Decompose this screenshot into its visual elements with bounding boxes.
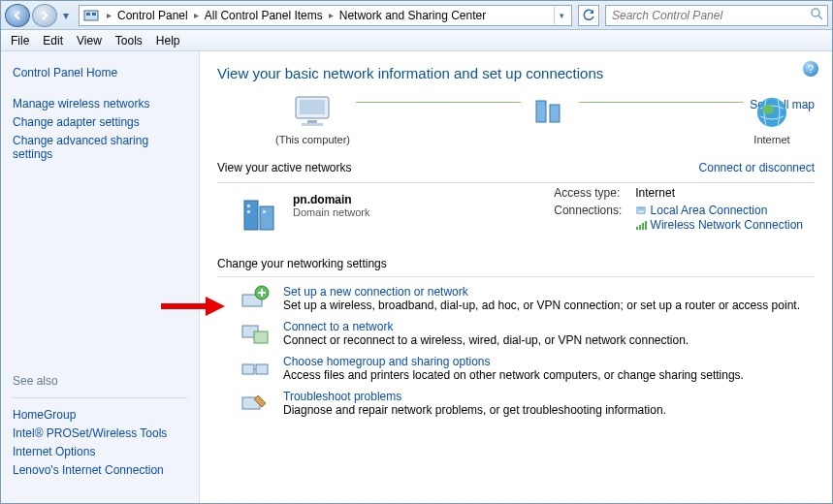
connect-disconnect-link[interactable]: Connect or disconnect [699, 161, 815, 180]
connection-details: Access type: Internet Connections: Local… [546, 183, 811, 236]
sidebar-link-manage-wireless[interactable]: Manage wireless networks [13, 97, 187, 110]
breadcrumb-dropdown[interactable]: ▾ [554, 7, 569, 24]
control-panel-icon [83, 8, 99, 23]
setting-desc: Diagnose and repair network problems, or… [283, 403, 666, 417]
access-type-value: Internet [629, 185, 809, 201]
svg-rect-7 [307, 120, 317, 123]
network-name: pn.domain [293, 193, 369, 206]
internet-node: Internet [749, 95, 795, 145]
annotation-arrow [159, 295, 227, 321]
control-panel-home-link[interactable]: Control Panel Home [13, 66, 187, 79]
divider [217, 276, 815, 277]
history-dropdown[interactable]: ▾ [59, 9, 73, 22]
breadcrumb[interactable]: ▸ Control Panel ▸ All Control Panel Item… [79, 5, 572, 26]
breadcrumb-item[interactable]: Control Panel [115, 9, 190, 22]
help-icon[interactable]: ? [803, 61, 818, 77]
chevron-right-icon: ▸ [103, 10, 115, 20]
wifi-signal-icon [635, 219, 647, 234]
menu-view[interactable]: View [77, 34, 102, 47]
connection-line [579, 102, 743, 103]
sidebar-link-homegroup[interactable]: HomeGroup [13, 408, 187, 422]
svg-rect-1 [86, 13, 90, 16]
change-settings-label: Change your networking settings [217, 257, 815, 270]
svg-rect-2 [92, 13, 96, 16]
nav-bar: ▾ ▸ Control Panel ▸ All Control Panel It… [1, 1, 832, 30]
setting-setup-connection[interactable]: Set up a new connection or network Set u… [240, 285, 815, 312]
setting-title[interactable]: Connect to a network [283, 320, 393, 333]
sidebar-link-internet-options[interactable]: Internet Options [13, 445, 187, 458]
connect-network-icon [240, 320, 270, 347]
setting-title[interactable]: Choose homegroup and sharing options [283, 355, 490, 368]
svg-rect-9 [536, 101, 546, 122]
svg-rect-32 [242, 364, 254, 374]
menu-edit[interactable]: Edit [43, 34, 63, 47]
svg-line-4 [818, 16, 822, 19]
sidebar-link-adapter-settings[interactable]: Change adapter settings [13, 115, 187, 129]
connection-link-lan[interactable]: Local Area Connection [651, 204, 768, 217]
menu-bar: File Edit View Tools Help [1, 30, 832, 51]
router-icon [527, 95, 573, 130]
svg-rect-15 [247, 205, 250, 207]
setting-desc: Connect or reconnect to a wireless, wire… [283, 333, 689, 347]
setting-title[interactable]: Set up a new connection or network [283, 285, 468, 299]
setting-homegroup-sharing[interactable]: Choose homegroup and sharing options Acc… [240, 355, 815, 382]
setting-title[interactable]: Troubleshoot problems [283, 390, 401, 403]
svg-rect-16 [247, 210, 250, 213]
divider [13, 397, 187, 398]
back-button[interactable] [5, 4, 30, 27]
setting-desc: Access files and printers located on oth… [283, 368, 744, 382]
svg-rect-33 [256, 364, 268, 374]
setting-connect-network[interactable]: Connect to a network Connect or reconnec… [240, 320, 815, 347]
connection-line [356, 102, 520, 103]
chevron-right-icon: ▸ [325, 10, 337, 20]
svg-rect-25 [645, 221, 647, 230]
breadcrumb-item[interactable]: Network and Sharing Center [337, 9, 488, 22]
content-pane: ? View your basic network information an… [200, 51, 832, 503]
svg-rect-14 [260, 206, 273, 230]
this-computer-node: (This computer) [275, 95, 350, 145]
svg-rect-8 [302, 123, 323, 126]
active-network-block: pn.domain Domain network [239, 193, 369, 236]
connections-label: Connections: [548, 203, 627, 235]
refresh-button[interactable] [578, 5, 599, 26]
forward-button[interactable] [32, 4, 57, 27]
sidebar-link-intel-proset[interactable]: Intel® PROSet/Wireless Tools [13, 426, 187, 440]
svg-marker-36 [206, 297, 225, 316]
node-label: (This computer) [275, 134, 350, 145]
active-networks-label: View your active networks [217, 161, 352, 174]
network-map: (This computer) Internet [217, 95, 815, 145]
svg-rect-22 [636, 227, 638, 230]
search-box[interactable] [605, 5, 828, 26]
svg-point-12 [762, 105, 774, 114]
network-type: Domain network [293, 206, 369, 218]
svg-point-3 [812, 9, 819, 16]
network-sharing-window: ▾ ▸ Control Panel ▸ All Control Panel It… [0, 0, 833, 504]
svg-rect-10 [550, 105, 560, 122]
globe-icon [749, 95, 795, 130]
setting-troubleshoot[interactable]: Troubleshoot problems Diagnose and repai… [240, 390, 815, 417]
homegroup-icon [240, 355, 270, 382]
chevron-right-icon: ▸ [190, 10, 203, 20]
sidebar-link-advanced-sharing[interactable]: Change advanced sharing settings [13, 134, 187, 161]
connection-link-wireless[interactable]: Wireless Network Connection [651, 218, 803, 232]
ethernet-icon [635, 204, 647, 218]
search-icon[interactable] [810, 7, 823, 23]
svg-rect-13 [244, 201, 258, 230]
svg-rect-23 [639, 225, 641, 230]
menu-tools[interactable]: Tools [115, 34, 143, 47]
sidebar: Control Panel Home Manage wireless netwo… [1, 51, 200, 503]
new-connection-icon [240, 285, 270, 312]
troubleshoot-icon [240, 390, 270, 417]
see-also-label: See also [13, 374, 187, 388]
menu-file[interactable]: File [11, 34, 29, 47]
svg-rect-31 [254, 331, 268, 343]
search-input[interactable] [610, 8, 810, 23]
sidebar-link-lenovo-internet[interactable]: Lenovo's Internet Connection [13, 463, 187, 477]
menu-help[interactable]: Help [156, 34, 180, 47]
svg-rect-17 [263, 210, 266, 213]
setting-desc: Set up a wireless, broadband, dial-up, a… [283, 299, 800, 312]
svg-rect-6 [300, 100, 325, 114]
breadcrumb-item[interactable]: All Control Panel Items [203, 9, 325, 22]
access-type-label: Access type: [548, 185, 627, 201]
monitor-icon [290, 95, 336, 130]
